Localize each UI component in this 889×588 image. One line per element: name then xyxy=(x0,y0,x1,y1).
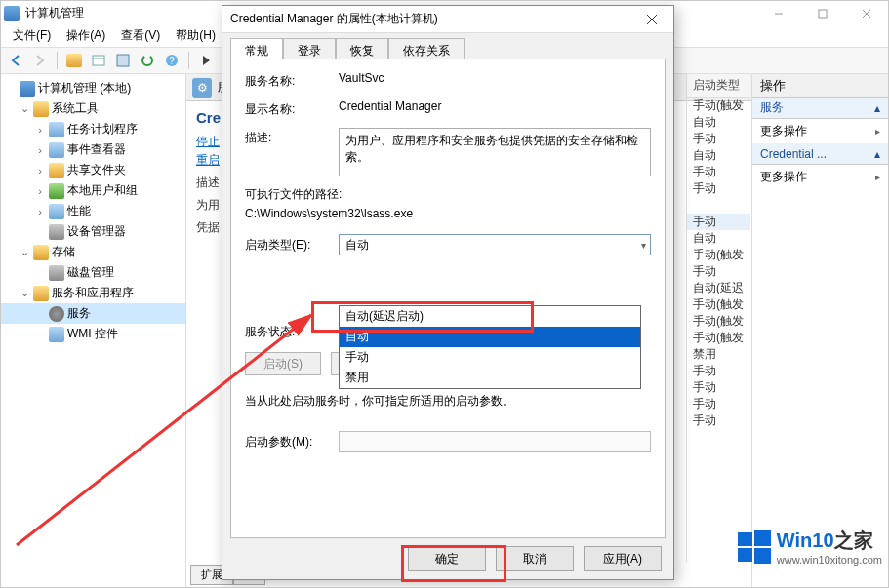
start-button[interactable]: 启动(S) xyxy=(245,352,321,375)
startup-col-cell[interactable]: 自动 xyxy=(687,147,750,164)
startup-col-cell[interactable]: 手动(触发 xyxy=(687,313,750,330)
tree-system-tools[interactable]: ⌄系统工具 xyxy=(1,98,185,119)
dialog-close-button[interactable] xyxy=(638,8,666,31)
actions-more-1[interactable]: 更多操作▸ xyxy=(752,119,888,143)
refresh-icon xyxy=(140,53,155,68)
dialog-tabs: 常规 登录 恢复 依存关系 xyxy=(222,33,673,59)
folder-icon xyxy=(66,54,82,67)
disk-icon xyxy=(49,265,64,281)
tree-local-users[interactable]: ›本地用户和组 xyxy=(1,180,185,201)
svg-text:?: ? xyxy=(169,56,175,66)
tb-properties-button[interactable] xyxy=(88,50,109,71)
startup-col-cell[interactable]: 自动 xyxy=(687,230,750,247)
cancel-button[interactable]: 取消 xyxy=(496,546,574,571)
ok-button[interactable]: 确定 xyxy=(408,546,486,571)
startup-col-header[interactable]: 启动类型 xyxy=(687,74,750,98)
menu-view[interactable]: 查看(V) xyxy=(113,24,168,47)
services-header-icon: ⚙ xyxy=(192,78,212,98)
tab-dependencies[interactable]: 依存关系 xyxy=(388,38,465,59)
actions-more-2[interactable]: 更多操作▸ xyxy=(752,165,888,189)
tab-logon[interactable]: 登录 xyxy=(283,38,336,59)
param-input[interactable] xyxy=(339,431,651,452)
tree-device-manager[interactable]: 设备管理器 xyxy=(1,221,185,242)
tb-folder-button[interactable] xyxy=(63,50,85,71)
tb-play-button[interactable] xyxy=(195,50,217,71)
tb-help-button[interactable]: ? xyxy=(161,50,182,71)
nav-back-button[interactable] xyxy=(5,50,26,71)
svg-marker-10 xyxy=(203,56,210,65)
perf-icon xyxy=(49,204,64,219)
close-icon xyxy=(862,9,871,19)
tab-recovery[interactable]: 恢复 xyxy=(336,38,388,59)
menu-file[interactable]: 文件(F) xyxy=(5,24,59,47)
startup-col-list: 手动(触发自动手动自动手动手动手动自动手动(触发手动自动(延迟手动(触发手动(触… xyxy=(687,98,750,429)
tree-services-apps[interactable]: ⌄服务和应用程序 xyxy=(1,283,185,303)
maximize-button[interactable] xyxy=(800,1,844,25)
tree-task-scheduler[interactable]: ›任务计划程序 xyxy=(1,119,185,139)
dialog-buttons: 确定 取消 应用(A) xyxy=(408,546,662,571)
tree-label: 共享文件夹 xyxy=(67,162,126,178)
startup-col-cell[interactable]: 手动(触发 xyxy=(687,98,750,114)
startup-col-cell[interactable]: 手动(触发 xyxy=(687,296,750,313)
startup-col-cell[interactable]: 手动 xyxy=(687,164,750,180)
dropdown-option-manual[interactable]: 手动 xyxy=(340,347,640,368)
startup-type-select[interactable]: 自动 ▾ xyxy=(339,234,651,255)
dialog-titlebar[interactable]: Credential Manager 的属性(本地计算机) xyxy=(222,6,673,33)
tb-refresh-button[interactable] xyxy=(137,50,158,71)
startup-col-cell[interactable]: 手动 xyxy=(687,396,750,412)
more-actions-label: 更多操作 xyxy=(760,169,807,185)
startup-col-cell[interactable]: 自动(延迟 xyxy=(687,280,750,296)
display-name-label: 显示名称: xyxy=(245,99,339,118)
dropdown-option-auto[interactable]: 自动 xyxy=(340,327,640,347)
nav-forward-button[interactable] xyxy=(29,50,51,71)
tree-event-viewer[interactable]: ›事件查看器 xyxy=(1,139,185,160)
actions-header: 操作 xyxy=(752,74,888,98)
tab-general[interactable]: 常规 xyxy=(230,38,283,59)
status-label: 服务状态: xyxy=(245,324,339,340)
startup-col-cell[interactable]: 手动(触发 xyxy=(687,330,750,346)
apply-button[interactable]: 应用(A) xyxy=(584,546,662,571)
minimize-button[interactable] xyxy=(756,1,800,25)
tree-shared-folders[interactable]: ›共享文件夹 xyxy=(1,160,185,180)
startup-type-column: 启动类型 手动(触发自动手动自动手动手动手动自动手动(触发手动自动(延迟手动(触… xyxy=(686,74,750,562)
startup-col-cell[interactable]: 手动 xyxy=(687,263,750,280)
tree-services[interactable]: 服务 xyxy=(1,303,185,324)
startup-col-cell[interactable]: 手动 xyxy=(687,131,750,147)
tree-label: 磁盘管理 xyxy=(67,264,114,281)
device-icon xyxy=(49,224,64,240)
startup-col-cell[interactable]: 自动 xyxy=(687,114,750,131)
play-icon xyxy=(198,53,214,68)
tree-disk-management[interactable]: 磁盘管理 xyxy=(1,262,185,283)
tree-performance[interactable]: ›性能 xyxy=(1,201,185,221)
dropdown-option-delayed[interactable]: 自动(延迟启动) xyxy=(340,306,640,327)
tree-wmi[interactable]: WMI 控件 xyxy=(1,324,185,344)
startup-col-cell[interactable]: 手动 xyxy=(687,214,750,230)
tb-export-button[interactable] xyxy=(112,50,134,71)
close-button[interactable] xyxy=(844,1,888,25)
actions-pane: 操作 服务▴ 更多操作▸ Credential ...▴ 更多操作▸ xyxy=(751,74,888,587)
startup-col-cell[interactable]: 手动 xyxy=(687,379,750,396)
gear-icon xyxy=(49,306,64,322)
svg-rect-1 xyxy=(819,10,827,18)
startup-col-cell[interactable]: 禁用 xyxy=(687,346,750,363)
exec-path-label: 可执行文件的路径: xyxy=(245,186,651,203)
startup-col-cell[interactable]: 手动 xyxy=(687,412,750,429)
startup-type-label: 启动类型(E): xyxy=(245,237,339,254)
tree-pane: 计算机管理 (本地) ⌄系统工具 ›任务计划程序 ›事件查看器 ›共享文件夹 ›… xyxy=(1,74,186,587)
tree-label: 事件查看器 xyxy=(67,141,126,158)
tree-label: 系统工具 xyxy=(52,100,99,117)
startup-col-cell[interactable]: 手动 xyxy=(687,363,750,379)
wmi-icon xyxy=(49,327,64,342)
tree-storage[interactable]: ⌄存储 xyxy=(1,242,185,262)
dropdown-option-disabled[interactable]: 禁用 xyxy=(340,368,640,388)
app-icon xyxy=(4,6,20,21)
startup-col-cell[interactable] xyxy=(687,197,750,214)
menu-help[interactable]: 帮助(H) xyxy=(168,24,223,47)
chevron-down-icon: ▾ xyxy=(641,240,646,251)
menu-action[interactable]: 操作(A) xyxy=(59,24,113,47)
description-text: 为用户、应用程序和安全服务包提供凭据的安全存储和检索。 xyxy=(345,134,638,164)
startup-col-cell[interactable]: 手动(触发 xyxy=(687,247,750,263)
description-box[interactable]: 为用户、应用程序和安全服务包提供凭据的安全存储和检索。 xyxy=(339,128,651,176)
tree-root[interactable]: 计算机管理 (本地) xyxy=(1,78,185,98)
startup-col-cell[interactable]: 手动 xyxy=(687,180,750,197)
